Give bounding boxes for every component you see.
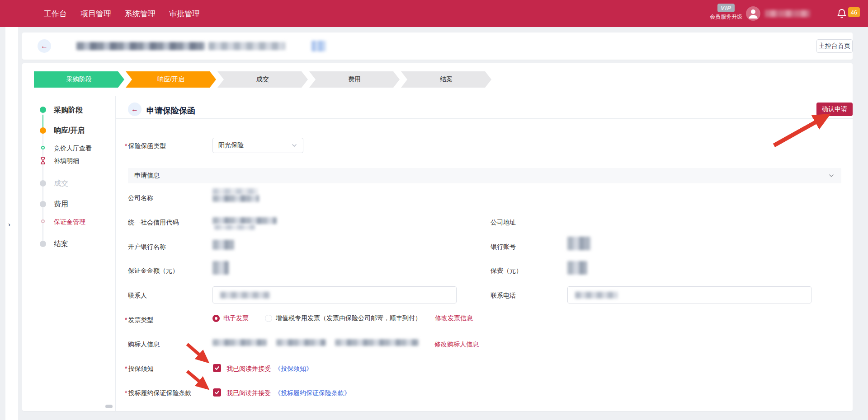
chevron-down-icon xyxy=(828,172,835,179)
section-title: 申请信息 xyxy=(134,172,160,180)
terms-label: *投标履约保证保险条款 xyxy=(125,389,191,397)
sidebar-divider xyxy=(115,96,116,411)
collapsed-sidebar: › xyxy=(5,27,18,420)
chevron-down-icon xyxy=(291,142,297,149)
sidebar-item-deal[interactable]: 成交 xyxy=(54,179,68,188)
insurance-type-label: *保险保函类型 xyxy=(125,142,166,150)
bank-name-label: 开户银行名称 xyxy=(128,243,166,251)
vip-upgrade[interactable]: VIP 会员服务升级 xyxy=(703,4,749,21)
notice-checkbox[interactable] xyxy=(213,364,221,372)
radio-electronic-invoice[interactable] xyxy=(212,315,220,322)
deposit-amount-label: 保证金金额（元） xyxy=(128,267,179,275)
main-panel: 采购阶段 响应/开启 成交 费用 结案 采购阶段 响应/开启 竞价大厅查看 补填… xyxy=(22,63,853,411)
sidebar-item-fee[interactable]: 费用 xyxy=(54,200,68,209)
sidebar-item-response-open[interactable]: 响应/开启 xyxy=(54,126,85,135)
nav-item-system-mgmt[interactable]: 系统管理 xyxy=(125,9,156,19)
phone-input[interactable] xyxy=(567,286,811,303)
company-name-value-redacted xyxy=(212,188,258,195)
required-mark: * xyxy=(125,316,127,323)
hourglass-icon xyxy=(40,157,46,164)
radio-vat-invoice[interactable] xyxy=(265,315,272,322)
contact-value-redacted xyxy=(220,292,270,299)
ring-bid-hall xyxy=(41,146,45,149)
insurance-type-select[interactable]: 阳光保险 xyxy=(212,138,303,153)
sidebar-item-fill-details[interactable]: 补填明细 xyxy=(54,157,79,165)
edit-buyer-info-link[interactable]: 修改购标人信息 xyxy=(434,341,479,349)
nav-item-approval-mgmt[interactable]: 审批管理 xyxy=(169,9,200,19)
notice-label: *投保须知 xyxy=(125,365,153,373)
electronic-invoice-option[interactable]: 电子发票 xyxy=(223,314,249,322)
section-application-info[interactable]: 申请信息 xyxy=(128,168,841,183)
company-name-label: 公司名称 xyxy=(128,194,153,202)
sidebar-item-procurement[interactable]: 采购阶段 xyxy=(54,106,83,115)
vip-caption: 会员服务升级 xyxy=(703,13,749,21)
user-icon xyxy=(746,6,760,21)
stage-steps: 采购阶段 响应/开启 成交 费用 结案 xyxy=(34,71,491,88)
terms-checkbox[interactable] xyxy=(213,388,221,397)
dot-close xyxy=(40,241,46,247)
vip-icon: VIP xyxy=(717,4,735,12)
deposit-amount-value-redacted xyxy=(212,261,229,275)
sidebar-item-close[interactable]: 结案 xyxy=(54,239,68,249)
premium-label: 保费（元） xyxy=(491,267,522,275)
dot-procurement xyxy=(40,107,46,113)
edit-invoice-info-link[interactable]: 修改发票信息 xyxy=(435,314,473,322)
vat-invoice-option[interactable]: 增值税专用发票（发票由保险公司邮寄，顺丰到付） xyxy=(276,314,421,322)
confirm-apply-button[interactable]: 确认申请 xyxy=(816,103,853,116)
required-mark: * xyxy=(125,389,127,397)
company-address-label: 公司地址 xyxy=(491,219,516,227)
buyer-value-redacted-3 xyxy=(335,339,419,346)
bell-icon[interactable] xyxy=(836,8,847,19)
buyer-value-redacted-1 xyxy=(212,339,267,346)
notice-doc-link[interactable]: 《投保须知》 xyxy=(274,365,312,373)
dot-deal xyxy=(40,180,46,187)
step-deal[interactable]: 成交 xyxy=(217,71,308,88)
step-close[interactable]: 结案 xyxy=(401,71,491,88)
dot-response-open xyxy=(40,127,46,134)
username-redacted xyxy=(765,10,810,17)
check-icon xyxy=(214,390,220,395)
console-home-button[interactable]: 主控台首页 xyxy=(816,39,853,53)
form-title: 申请保险保函 xyxy=(146,105,195,116)
required-mark: * xyxy=(125,365,127,372)
agree-text: 我已阅读并接受 xyxy=(226,389,271,397)
invoice-type-label: *发票类型 xyxy=(125,316,153,324)
step-response-open[interactable]: 响应/开启 xyxy=(126,71,216,88)
step-fee[interactable]: 费用 xyxy=(309,71,400,88)
agree-text: 我已阅读并接受 xyxy=(226,365,271,373)
contact-label: 联系人 xyxy=(128,292,147,300)
sidebar-item-deposit-mgmt[interactable]: 保证金管理 xyxy=(54,218,85,226)
check-icon xyxy=(214,365,220,371)
required-mark: * xyxy=(125,142,127,149)
phone-label: 联系电话 xyxy=(491,292,516,300)
insurance-type-value: 阳光保险 xyxy=(218,141,244,149)
credit-code-label: 统一社会信用代码 xyxy=(128,219,179,227)
sidebar-item-bid-hall[interactable]: 竞价大厅查看 xyxy=(54,145,92,153)
buyer-info-label: 购标人信息 xyxy=(128,341,160,349)
status-badge-redacted xyxy=(311,41,326,51)
buyer-value-redacted-2 xyxy=(276,339,326,346)
bank-account-label: 银行账号 xyxy=(491,243,516,251)
nav-item-workbench[interactable]: 工作台 xyxy=(44,9,67,19)
contact-input[interactable] xyxy=(212,286,457,303)
terms-doc-link[interactable]: 《投标履约保证保险条款》 xyxy=(274,389,350,397)
premium-value-redacted xyxy=(567,261,587,275)
timeline-line-done xyxy=(42,115,43,129)
header-back-button[interactable]: ← xyxy=(38,39,51,53)
expand-sidebar-chevron-icon[interactable]: › xyxy=(8,220,10,228)
step-procurement[interactable]: 采购阶段 xyxy=(34,71,124,88)
project-title-redacted-2 xyxy=(208,42,285,50)
page-header: ← 主控台首页 xyxy=(22,33,853,60)
top-nav: 工作台 项目管理 系统管理 审批管理 VIP 会员服务升级 46 xyxy=(0,0,868,27)
bank-name-value-redacted xyxy=(212,240,234,250)
phone-value-redacted xyxy=(575,292,618,299)
bank-account-value-redacted xyxy=(567,237,591,250)
form-back-button[interactable]: ← xyxy=(128,103,142,116)
credit-code-value-redacted2 xyxy=(214,224,255,230)
project-title-redacted xyxy=(76,42,205,50)
nav-menu: 工作台 项目管理 系统管理 审批管理 xyxy=(44,0,200,27)
horizontal-scrollbar-thumb[interactable] xyxy=(105,405,113,408)
nav-item-project-mgmt[interactable]: 项目管理 xyxy=(80,9,111,19)
company-name-value-redacted2 xyxy=(212,195,259,202)
avatar[interactable] xyxy=(746,6,760,21)
